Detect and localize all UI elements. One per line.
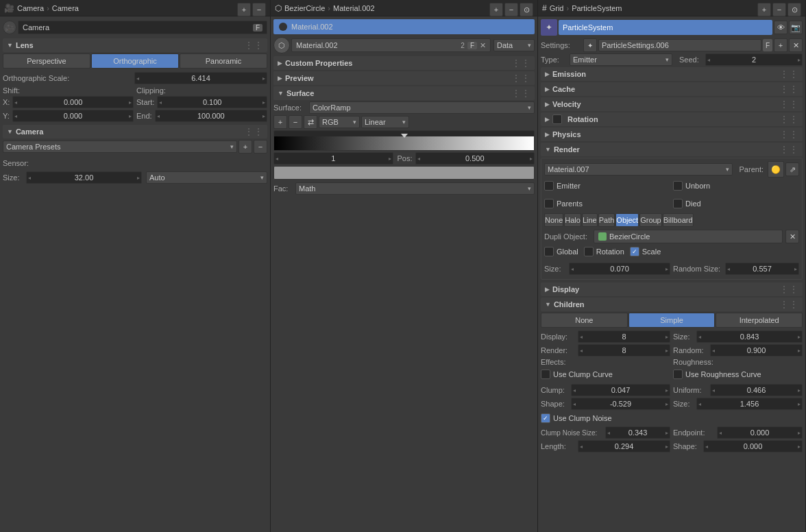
length-field[interactable]: ◂ 0.294 ▸ <box>578 440 670 452</box>
dupli-object-clear[interactable]: ✕ <box>785 230 799 243</box>
camera-name[interactable]: Camera <box>23 23 253 32</box>
ps-seed-field[interactable]: ◂ 2 ▸ <box>705 53 803 66</box>
shape-r-field[interactable]: ◂ 0.000 ▸ <box>703 440 803 452</box>
physics-header[interactable]: ▶ Physics ⋮⋮ <box>541 128 803 141</box>
ch-render-field[interactable]: ◂ 8 ▸ <box>578 344 670 356</box>
children-header[interactable]: ▼ Children ⋮⋮ <box>541 298 803 311</box>
random-size-field[interactable]: ◂ 0.557 ▸ <box>725 263 799 275</box>
surface-dropdown[interactable]: ColorRamp ▾ <box>309 101 535 114</box>
ramp-flip-btn[interactable]: ⇄ <box>304 115 317 129</box>
ps-settings-add[interactable]: + <box>774 38 787 52</box>
render-tab-billboard[interactable]: Billboard <box>663 213 694 227</box>
parent-icon[interactable]: 🟡 <box>768 161 784 178</box>
scale-checkbox[interactable] <box>630 247 639 256</box>
ortho-scale-field[interactable]: ◂ 6.414 ▸ <box>134 72 267 84</box>
ramp-mode-dropdown[interactable]: RGB ▾ <box>319 116 360 128</box>
global-checkbox[interactable] <box>544 247 554 256</box>
ps-tool[interactable]: ⊙ <box>787 3 801 16</box>
presets-add-btn[interactable]: + <box>239 140 252 154</box>
tab-panoramic[interactable]: Panoramic <box>180 53 267 69</box>
ramp-stop-index[interactable]: ◂ 1 ▸ <box>273 152 393 165</box>
ramp-interpolation-dropdown[interactable]: Linear ▾ <box>361 116 409 128</box>
mat-tool[interactable]: ⊙ <box>520 3 533 16</box>
presets-remove-btn[interactable]: − <box>254 140 267 154</box>
velocity-header[interactable]: ▶ Velocity ⋮⋮ <box>541 97 803 111</box>
cnoise-field[interactable]: ◂ 0.343 ▸ <box>605 426 670 439</box>
ps-zoom-in[interactable]: + <box>757 3 771 16</box>
rotation-checkbox[interactable] <box>552 114 562 124</box>
shape-field[interactable]: ◂ -0.529 ▸ <box>571 398 670 410</box>
x-field[interactable]: ◂ 0.000 ▸ <box>12 96 134 108</box>
zoom-out-btn[interactable]: − <box>252 3 266 16</box>
render-tab-none[interactable]: None <box>544 213 563 227</box>
start-field[interactable]: ◂ 0.100 ▸ <box>157 96 267 108</box>
custom-props-header[interactable]: ▶ Custom Properties ⋮⋮ <box>273 56 535 70</box>
ps-render-icon[interactable]: 📷 <box>789 21 803 34</box>
rotation-render-checkbox[interactable] <box>584 247 594 256</box>
material-close-icon[interactable]: ✕ <box>480 41 486 50</box>
render-tab-group[interactable]: Group <box>639 213 662 227</box>
end-field[interactable]: ◂ 100.000 ▸ <box>155 110 267 122</box>
ch-random-field[interactable]: ◂ 0.900 ▸ <box>710 344 803 356</box>
camera-presets-dropdown[interactable]: Camera Presets ▾ <box>3 141 237 153</box>
render-tab-path[interactable]: Path <box>598 213 615 227</box>
use-clump-noise-checkbox[interactable] <box>541 413 550 423</box>
zoom-in-btn[interactable]: + <box>237 3 251 16</box>
render-tab-object[interactable]: Object <box>615 213 639 227</box>
died-checkbox[interactable] <box>673 199 683 208</box>
endpoint-field[interactable]: ◂ 0.000 ▸ <box>717 426 803 439</box>
parent-link-icon[interactable]: ⇗ <box>785 162 799 176</box>
clump-field[interactable]: ◂ 0.047 ▸ <box>571 384 670 396</box>
parents-checkbox[interactable] <box>544 199 554 208</box>
ramp-add-btn[interactable]: + <box>273 115 287 129</box>
ps-eye-icon[interactable]: 👁 <box>774 21 787 34</box>
y-field[interactable]: ◂ 0.000 ▸ <box>12 110 134 122</box>
preview-header[interactable]: ▶ Preview ⋮⋮ <box>273 71 535 85</box>
ramp-marker[interactable] <box>401 134 408 138</box>
lens-section-header[interactable]: ▼ Lens ⋮⋮ <box>3 38 267 52</box>
children-tab-none[interactable]: None <box>541 313 628 328</box>
ch-display-field[interactable]: ◂ 8 ▸ <box>578 330 670 343</box>
sensor-size-field[interactable]: ◂ 32.00 ▸ <box>26 171 142 184</box>
material-slot-name[interactable]: Material.002 <box>296 41 458 49</box>
camera-section-header[interactable]: ▼ Camera ⋮⋮ <box>3 125 267 138</box>
mat-zoom-out[interactable]: − <box>504 3 518 16</box>
display-header[interactable]: ▶ Display ⋮⋮ <box>541 282 803 296</box>
uniform-field[interactable]: ◂ 0.466 ▸ <box>710 384 803 396</box>
ps-settings-dropdown[interactable]: ParticleSettings.006 <box>598 39 761 51</box>
color-preview[interactable] <box>273 166 535 180</box>
render-tab-halo[interactable]: Halo <box>564 213 581 227</box>
ramp-pos-field[interactable]: ◂ 0.500 ▸ <box>415 152 535 165</box>
children-tab-interpolated[interactable]: Interpolated <box>716 313 803 328</box>
ramp-remove-btn[interactable]: − <box>289 115 302 129</box>
fac-dropdown[interactable]: Math ▾ <box>295 182 535 195</box>
tab-perspective[interactable]: Perspective <box>3 53 90 69</box>
tab-orthographic[interactable]: Orthographic <box>91 53 179 69</box>
use-clump-curve-checkbox[interactable] <box>541 370 550 379</box>
dupli-object-field[interactable]: BezierCircle <box>594 230 783 243</box>
ps-settings-remove[interactable]: ✕ <box>789 38 803 52</box>
emitter-checkbox[interactable] <box>544 181 554 191</box>
emission-header[interactable]: ▶ Emission ⋮⋮ <box>541 67 803 81</box>
active-material-bar[interactable]: Material.002 <box>273 19 535 34</box>
unborn-checkbox[interactable] <box>673 181 683 191</box>
sensor-unit-dropdown[interactable]: Auto ▾ <box>146 171 267 184</box>
material-type-dropdown[interactable]: Data ▾ <box>493 39 535 51</box>
render-size-field[interactable]: ◂ 0.070 ▸ <box>569 263 670 275</box>
render-header[interactable]: ▼ Render ⋮⋮ <box>541 143 803 156</box>
uniform-field-row: Uniform: ◂ 0.466 ▸ <box>673 384 803 396</box>
mat-zoom-in[interactable]: + <box>489 3 503 16</box>
size-r-field[interactable]: ◂ 1.456 ▸ <box>696 398 803 410</box>
cache-header[interactable]: ▶ Cache ⋮⋮ <box>541 82 803 96</box>
use-roughness-curve-checkbox[interactable] <box>673 370 683 379</box>
children-tab-simple[interactable]: Simple <box>628 313 716 328</box>
ps-zoom-out[interactable]: − <box>772 3 786 16</box>
render-tab-line[interactable]: Line <box>582 213 598 227</box>
surface-header[interactable]: ▼ Surface ⋮⋮ <box>273 86 535 100</box>
rotation-header[interactable]: ▶ Rotation ⋮⋮ <box>541 112 803 126</box>
ps-active-name-bar[interactable]: ParticleSystem <box>559 20 772 35</box>
ramp-bar-area[interactable] <box>273 130 535 151</box>
render-material-dropdown[interactable]: Material.007 ▾ <box>544 163 733 176</box>
ps-type-dropdown[interactable]: Emitter ▾ <box>570 53 672 66</box>
ch-size-field[interactable]: ◂ 0.843 ▸ <box>696 330 803 343</box>
